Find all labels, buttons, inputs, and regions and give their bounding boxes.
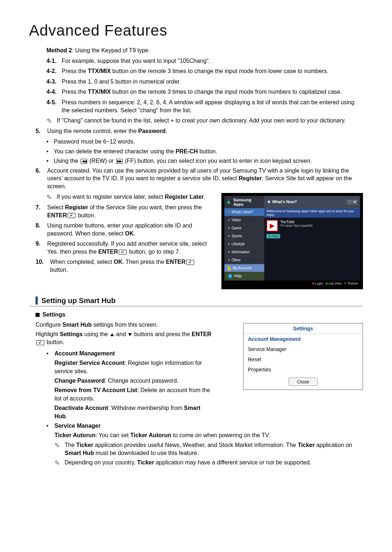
- step-4-4: 4-4. Press the TTX/MIX button on the rem…: [46, 88, 363, 96]
- tv-sidebar: What's New? Video Game Sports Lifestyle …: [224, 208, 264, 281]
- step-4-5: 4-5. Press numbers in sequence: 2, 4, 2,…: [46, 98, 363, 114]
- step-5: 5. Using the remote control, enter the P…: [36, 127, 363, 135]
- page-title: Advanced Features: [29, 22, 363, 39]
- square-bullet-icon: [36, 313, 40, 317]
- enter-icon: [36, 340, 44, 345]
- tv-footer: ■ Login ■ List View ↶ Return: [224, 281, 360, 286]
- bullet-text: Password must be 6~12 words.: [54, 138, 135, 146]
- bullet-dot: •: [46, 157, 54, 165]
- heading-text: Setting up Smart Hub: [41, 297, 115, 305]
- dialog-title: Settings: [244, 323, 363, 334]
- step-num: 5.: [36, 127, 47, 135]
- bullet-text: You can delete the entered character usi…: [54, 148, 217, 156]
- sm-ticker-autorun: Ticker Autorun: You can set Ticker Autor…: [54, 431, 363, 439]
- bullet-text: Using the ◀◀ (REW) or ▶▶ (FF) button, yo…: [54, 157, 312, 165]
- step-num: 6.: [36, 167, 47, 190]
- step-7: 7. Select Register of the Service Site y…: [36, 204, 214, 219]
- step-4-2: 4-2. Press the TTX/MIX button on the rem…: [46, 67, 363, 75]
- note-icon: ✎: [46, 117, 57, 125]
- method2-line: Method 2: Using the Keypad of T9 type.: [46, 47, 363, 55]
- bullet-5-3: • Using the ◀◀ (REW) or ▶▶ (FF) button, …: [46, 157, 363, 165]
- note-icon: ✎: [46, 193, 57, 202]
- tv-side-item-other[interactable]: Other: [224, 256, 264, 264]
- note-icon: ✎: [54, 441, 65, 458]
- note-text: If you want to register service later, s…: [57, 193, 205, 202]
- method2-desc: : Using the Keypad of T9 type.: [72, 47, 150, 53]
- step-6: 6. Account created. You can use the serv…: [36, 167, 363, 190]
- tv-side-item-video[interactable]: Video: [224, 216, 264, 224]
- grid-icon: ≡: [347, 200, 351, 204]
- bullet-account-management: • Account Management: [46, 350, 214, 358]
- tv-banner: Welecome to Samsung Apps! More apps are …: [264, 208, 360, 218]
- up-arrow-icon: [110, 333, 114, 336]
- step-text: Using number buttons, enter your applica…: [47, 222, 214, 237]
- bullet-dot: •: [46, 148, 54, 156]
- step-9: 9. Registered successfully. If you add a…: [36, 240, 214, 255]
- tv-side-item-myaccount[interactable]: ▙My Account: [224, 264, 264, 272]
- samsung-apps-icon: [227, 200, 230, 204]
- dialog-item-reset[interactable]: Reset: [244, 354, 363, 364]
- youtube-icon: ▶: [266, 220, 278, 231]
- step-4-3: 4-3. Press the 1, 0 and 5 button in nume…: [46, 78, 363, 86]
- highlight-line: Highlight Settings using the and buttons…: [36, 330, 214, 347]
- sm-title: Service Manager: [54, 423, 101, 429]
- tv-app-tile[interactable]: ▶ YouTube TV store Test User002: [264, 218, 360, 234]
- am-change-password: Change Password: Change account password…: [54, 377, 214, 385]
- step-8: 8. Using number buttons, enter your appl…: [36, 222, 214, 237]
- step-text: For example, suppose that you want to in…: [62, 57, 363, 65]
- tv-side-item-sports[interactable]: Sports: [224, 232, 264, 240]
- enter-icon: [119, 250, 127, 255]
- step-num: 4-2.: [46, 67, 62, 75]
- am-title: Account Management: [54, 350, 115, 356]
- tv-screenshot: Samsung Apps ★What's New? ≡ ⊞ What's New…: [221, 193, 363, 289]
- sm-note-2: ✎ Depending on your country, Ticker appl…: [54, 459, 363, 468]
- step-num: 10.: [36, 258, 50, 274]
- tile-subtitle: TV store Test User002: [280, 224, 313, 227]
- step-num: 4-1.: [46, 57, 62, 65]
- am-remove: Remove from TV Account List: Delete an a…: [54, 386, 214, 403]
- dialog-item-account[interactable]: Account Management: [244, 334, 363, 344]
- down-arrow-icon: [128, 333, 132, 336]
- step-text: Press the TTX/MIX button on the remote 3…: [62, 67, 363, 75]
- step-text: Press the TTX/MIX button on the remote 3…: [62, 88, 363, 96]
- step-num: 9.: [36, 240, 47, 255]
- step-10: 10. When completed, select OK. Then pres…: [36, 258, 214, 274]
- bullet-dot: •: [46, 350, 54, 358]
- dialog-close-button[interactable]: Close: [289, 378, 318, 386]
- step-num: 8.: [36, 222, 47, 237]
- am-register: Register Service Account: Register login…: [54, 359, 214, 375]
- note-6: ✎ If you want to register service later,…: [46, 193, 214, 202]
- tv-side-item-help[interactable]: ?Help: [224, 272, 264, 281]
- step-text: Registered successfully. If you add anot…: [47, 240, 214, 255]
- step-text: When completed, select OK. Then press th…: [50, 258, 214, 274]
- note-text: The Ticker application provides useful N…: [65, 441, 363, 458]
- tv-side-item-lifestyle[interactable]: Lifestyle: [224, 240, 264, 248]
- step-text: Press numbers in sequence: 2, 4, 2, 6, 4…: [62, 98, 363, 114]
- settings-subheading: Settings: [36, 311, 363, 318]
- rew-icon: ◀◀: [81, 159, 87, 164]
- ff-icon: ▶▶: [116, 159, 123, 164]
- step-text: Using the remote control, enter the Pass…: [47, 127, 363, 135]
- tv-side-header: Samsung Apps: [224, 196, 264, 208]
- note-text: If "Chang" cannot be found in the list, …: [57, 117, 346, 125]
- tv-side-item-whatsnew[interactable]: What's New?: [224, 208, 264, 216]
- bullet-5-2: • You can delete the entered character u…: [46, 148, 363, 156]
- dialog-item-service[interactable]: Service Manager: [244, 344, 363, 354]
- enter-icon: [68, 213, 75, 218]
- step-num: 7.: [36, 204, 47, 219]
- bullet-dot: •: [46, 138, 54, 146]
- tv-main: Welecome to Samsung Apps! More apps are …: [264, 208, 360, 281]
- bullet-service-manager: • Service Manager: [46, 422, 363, 430]
- step-4-1: 4-1. For example, suppose that you want …: [46, 57, 363, 65]
- note-icon: ✎: [54, 459, 65, 468]
- enter-icon: [186, 260, 194, 265]
- config-line: Configure Smart Hub settings from this s…: [36, 321, 214, 329]
- free-badge: ⬇ Free: [266, 234, 280, 238]
- note-4: ✎ If "Chang" cannot be found in the list…: [46, 117, 363, 125]
- tv-side-item-game[interactable]: Game: [224, 224, 264, 232]
- step-num: 4-3.: [46, 78, 62, 86]
- dialog-item-properties[interactable]: Properties: [244, 364, 363, 375]
- tv-side-item-information[interactable]: Information: [224, 248, 264, 256]
- heading-bar-icon: [36, 297, 38, 305]
- sm-note-1: ✎ The Ticker application provides useful…: [54, 441, 363, 458]
